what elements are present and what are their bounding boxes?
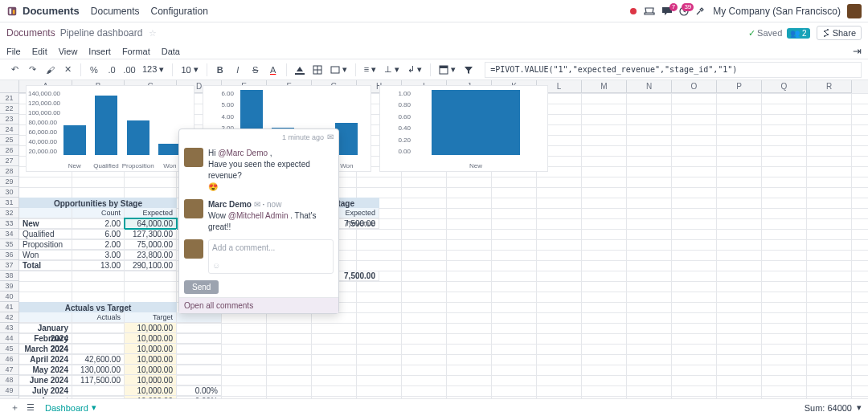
formula-bar[interactable]: =PIVOT.VALUE("1","expected_revenue","sta… xyxy=(485,62,862,78)
dec-dec-icon[interactable]: .00 xyxy=(121,62,137,78)
undo-icon[interactable]: ↶ xyxy=(6,62,23,78)
tools-icon[interactable] xyxy=(695,6,705,16)
sheet-tab-dashboard[interactable]: Dashboard ▾ xyxy=(39,402,103,413)
comment-time: 1 minute ago xyxy=(282,133,324,141)
bold-icon[interactable]: B xyxy=(212,62,228,78)
nav-link-configuration[interactable]: Configuration xyxy=(151,6,208,17)
insert-dropdown[interactable]: ▾ xyxy=(436,62,459,78)
percent-format-icon[interactable]: % xyxy=(86,62,102,78)
wrap-dropdown[interactable]: ↲ ▾ xyxy=(404,62,425,78)
strike-icon[interactable]: S xyxy=(248,62,264,78)
fill-color-icon[interactable] xyxy=(292,62,308,78)
valign-dropdown[interactable]: ⊥ ▾ xyxy=(381,62,403,78)
open-all-comments-button[interactable]: Open all comments xyxy=(179,297,338,313)
pivot-actuals-vs-target: Actuals vs Target Actuals Target January… xyxy=(19,302,222,398)
svg-rect-0 xyxy=(8,6,17,15)
nav-link-documents[interactable]: Documents xyxy=(91,6,140,17)
svg-point-5 xyxy=(827,29,829,31)
tray-icon[interactable] xyxy=(644,6,655,16)
paint-format-icon[interactable]: 🖌 xyxy=(42,62,58,78)
avatar xyxy=(184,199,203,218)
saved-indicator: ✓Saved xyxy=(748,28,782,39)
envelope-icon[interactable]: ✉ xyxy=(327,133,334,141)
pivot-title: Actuals vs Target xyxy=(19,302,177,312)
comment-input[interactable]: Add a comment... ☺ xyxy=(208,239,334,274)
menu-format[interactable]: Format xyxy=(122,47,150,56)
clear-format-icon[interactable]: ✕ xyxy=(59,62,76,78)
svg-point-3 xyxy=(630,8,637,14)
envelope-icon: ✉ xyxy=(254,200,260,209)
chevron-down-icon[interactable]: ▾ xyxy=(857,402,862,413)
spreadsheet: ABCDEFGHIJKLMNOPQR 212223242526272829303… xyxy=(0,80,868,398)
select-all-corner[interactable] xyxy=(0,80,19,93)
svg-point-6 xyxy=(824,31,825,32)
activities-icon[interactable]: 39 xyxy=(679,6,689,16)
row-headers[interactable]: 2122232425262728293031323334353637383940… xyxy=(0,93,19,398)
pivot-opportunities-by-stage: Opportunities by Stage Count Expected Re… xyxy=(19,198,177,271)
top-nav: Documents Documents Configuration 7 39 M… xyxy=(0,0,868,22)
breadcrumb-root[interactable]: Documents xyxy=(6,27,55,39)
font-size-dropdown[interactable]: 10 ▾ xyxy=(178,62,201,78)
favorite-star-icon[interactable]: ☆ xyxy=(149,28,157,39)
svg-point-7 xyxy=(827,34,829,35)
svg-rect-9 xyxy=(295,73,305,75)
record-icon[interactable] xyxy=(629,7,637,15)
avatar xyxy=(184,239,203,259)
app-logo xyxy=(6,6,18,17)
filter-icon[interactable] xyxy=(461,62,477,78)
collaborators-badge[interactable]: 👥 2 xyxy=(787,28,809,39)
sheet-list-icon[interactable]: ☰ xyxy=(23,400,39,416)
chart-lost-opportunities[interactable]: 1.000.800.600.400.200.00 New xyxy=(379,85,548,172)
add-sheet-icon[interactable]: ＋ xyxy=(6,400,23,416)
company-selector[interactable]: My Company (San Francisco) xyxy=(713,6,841,17)
bottom-bar: ＋ ☰ Dashboard ▾ Sum: 64000 ▾ xyxy=(0,398,868,416)
user-avatar[interactable] xyxy=(847,4,862,18)
comment-thread-popup: 1 minute ago ✉ Hi @Marc Demo , Have you … xyxy=(178,128,339,314)
messages-icon[interactable]: 7 xyxy=(661,6,673,16)
grid[interactable]: 140,000.00120,000.00100,000.0080,000.006… xyxy=(19,93,868,398)
svg-rect-15 xyxy=(440,66,448,68)
app-name: Documents xyxy=(23,5,80,17)
borders-icon[interactable] xyxy=(309,62,326,78)
collapse-toolbar-icon[interactable]: ⇥ xyxy=(853,45,862,57)
chart-opportunities-revenue[interactable]: 140,000.00120,000.00100,000.0080,000.006… xyxy=(26,85,194,172)
svg-rect-2 xyxy=(13,10,15,14)
breadcrumb-leaf: Pipeline dashboard xyxy=(60,27,143,39)
avatar xyxy=(184,148,203,167)
send-button[interactable]: Send xyxy=(184,280,219,294)
menu-file[interactable]: File xyxy=(6,47,21,56)
redo-icon[interactable]: ↷ xyxy=(24,62,40,78)
text-color-icon[interactable]: A xyxy=(265,62,281,78)
selection-sum[interactable]: Sum: 64000 xyxy=(805,403,852,413)
emoji-picker-icon[interactable]: ☺ xyxy=(212,261,220,270)
breadcrumb: Documents Pipeline dashboard ☆ ✓Saved 👥 … xyxy=(0,22,868,43)
share-button[interactable]: Share xyxy=(817,26,862,40)
svg-rect-13 xyxy=(331,67,339,73)
menu-data[interactable]: Data xyxy=(162,47,180,56)
menu-edit[interactable]: Edit xyxy=(32,47,47,56)
menu-insert[interactable]: Insert xyxy=(88,47,111,56)
toolbar: ↶ ↷ 🖌 ✕ % .0 .00 123 ▾ 10 ▾ B I S A ▾ ≡ … xyxy=(0,59,868,80)
menu-view[interactable]: View xyxy=(59,47,78,56)
halign-dropdown[interactable]: ≡ ▾ xyxy=(361,62,379,78)
menu-bar: File Edit View Insert Format Data ⇥ xyxy=(0,43,868,59)
dec-inc-icon[interactable]: .0 xyxy=(104,62,120,78)
pivot-title: Opportunities by Stage xyxy=(19,198,177,208)
comment-text: Marc Demo ✉ · now Wow @Mitchell Admin . … xyxy=(208,199,334,233)
italic-icon[interactable]: I xyxy=(230,62,246,78)
svg-point-8 xyxy=(824,35,825,37)
svg-rect-1 xyxy=(10,8,12,14)
comment-text: Hi @Marc Demo , Have you seen the expect… xyxy=(208,148,334,193)
merge-dropdown[interactable]: ▾ xyxy=(327,62,350,78)
number-format-dropdown[interactable]: 123 ▾ xyxy=(139,62,167,78)
